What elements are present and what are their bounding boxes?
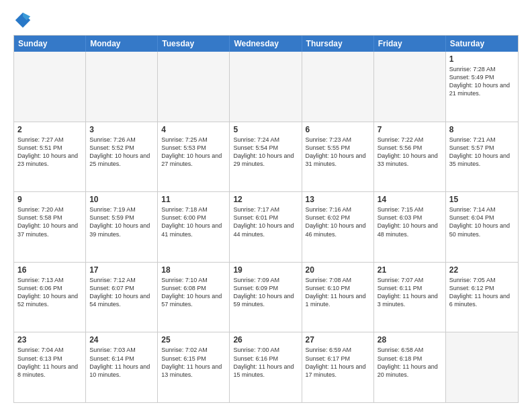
day-info: Sunrise: 7:00 AM Sunset: 6:16 PM Dayligh… [233, 346, 298, 379]
calendar-cell [14, 52, 86, 122]
day-number: 20 [306, 265, 370, 275]
page: SundayMondayTuesdayWednesdayThursdayFrid… [0, 0, 532, 411]
calendar-row: 9Sunrise: 7:20 AM Sunset: 5:58 PM Daylig… [14, 191, 518, 262]
calendar-cell: 11Sunrise: 7:18 AM Sunset: 6:00 PM Dayli… [158, 192, 230, 262]
day-number: 7 [378, 125, 442, 134]
day-info: Sunrise: 7:09 AM Sunset: 6:09 PM Dayligh… [233, 276, 298, 309]
calendar-cell [446, 332, 518, 402]
day-info: Sunrise: 7:15 AM Sunset: 6:03 PM Dayligh… [378, 205, 442, 238]
calendar-body: 1Sunrise: 7:28 AM Sunset: 5:49 PM Daylig… [14, 52, 518, 402]
day-info: Sunrise: 6:58 AM Sunset: 6:18 PM Dayligh… [378, 346, 442, 379]
day-number: 14 [378, 195, 442, 204]
calendar-cell: 17Sunrise: 7:12 AM Sunset: 6:07 PM Dayli… [86, 263, 158, 332]
weekday-header: Monday [86, 36, 158, 52]
weekday-header: Thursday [302, 36, 374, 52]
calendar-cell [302, 52, 374, 122]
calendar-cell: 18Sunrise: 7:10 AM Sunset: 6:08 PM Dayli… [158, 263, 230, 332]
calendar-row: 23Sunrise: 7:04 AM Sunset: 6:13 PM Dayli… [14, 332, 518, 402]
day-info: Sunrise: 7:17 AM Sunset: 6:01 PM Dayligh… [233, 205, 298, 238]
day-info: Sunrise: 7:07 AM Sunset: 6:11 PM Dayligh… [378, 276, 442, 309]
day-number: 8 [449, 125, 515, 134]
calendar-cell [230, 52, 302, 122]
day-info: Sunrise: 7:02 AM Sunset: 6:15 PM Dayligh… [161, 346, 226, 379]
day-number: 18 [161, 265, 226, 275]
day-info: Sunrise: 7:16 AM Sunset: 6:02 PM Dayligh… [306, 205, 370, 238]
day-number: 2 [17, 125, 82, 134]
day-info: Sunrise: 7:27 AM Sunset: 5:51 PM Dayligh… [17, 136, 82, 169]
weekday-header: Friday [374, 36, 446, 52]
day-info: Sunrise: 7:22 AM Sunset: 5:56 PM Dayligh… [378, 136, 442, 169]
logo-icon [13, 11, 32, 30]
calendar-cell: 12Sunrise: 7:17 AM Sunset: 6:01 PM Dayli… [230, 192, 302, 262]
day-number: 22 [449, 265, 515, 275]
calendar-cell: 6Sunrise: 7:23 AM Sunset: 5:55 PM Daylig… [302, 122, 374, 192]
calendar-cell: 23Sunrise: 7:04 AM Sunset: 6:13 PM Dayli… [14, 332, 86, 402]
calendar-cell: 7Sunrise: 7:22 AM Sunset: 5:56 PM Daylig… [374, 122, 446, 192]
calendar-cell [86, 52, 158, 122]
calendar-cell: 4Sunrise: 7:25 AM Sunset: 5:53 PM Daylig… [158, 122, 230, 192]
day-number: 15 [449, 195, 515, 204]
calendar-cell: 28Sunrise: 6:58 AM Sunset: 6:18 PM Dayli… [374, 332, 446, 402]
calendar-cell: 25Sunrise: 7:02 AM Sunset: 6:15 PM Dayli… [158, 332, 230, 402]
header [13, 11, 519, 30]
day-number: 16 [17, 265, 82, 275]
day-number: 11 [161, 195, 226, 204]
calendar-cell: 8Sunrise: 7:21 AM Sunset: 5:57 PM Daylig… [446, 122, 518, 192]
weekday-header: Tuesday [158, 36, 230, 52]
day-info: Sunrise: 7:12 AM Sunset: 6:07 PM Dayligh… [89, 276, 154, 309]
calendar-cell: 24Sunrise: 7:03 AM Sunset: 6:14 PM Dayli… [86, 332, 158, 402]
calendar-cell: 27Sunrise: 6:59 AM Sunset: 6:17 PM Dayli… [302, 332, 374, 402]
weekday-header: Saturday [446, 36, 518, 52]
calendar-cell: 16Sunrise: 7:13 AM Sunset: 6:06 PM Dayli… [14, 263, 86, 332]
calendar-cell: 9Sunrise: 7:20 AM Sunset: 5:58 PM Daylig… [14, 192, 86, 262]
day-number: 9 [17, 195, 82, 204]
day-number: 6 [306, 125, 370, 134]
day-info: Sunrise: 6:59 AM Sunset: 6:17 PM Dayligh… [306, 346, 370, 379]
calendar-cell [158, 52, 230, 122]
day-number: 17 [89, 265, 154, 275]
day-number: 13 [306, 195, 370, 204]
calendar-cell: 14Sunrise: 7:15 AM Sunset: 6:03 PM Dayli… [374, 192, 446, 262]
weekday-header: Sunday [14, 36, 86, 52]
calendar-cell: 10Sunrise: 7:19 AM Sunset: 5:59 PM Dayli… [86, 192, 158, 262]
calendar: SundayMondayTuesdayWednesdayThursdayFrid… [13, 35, 519, 403]
calendar-cell: 19Sunrise: 7:09 AM Sunset: 6:09 PM Dayli… [230, 263, 302, 332]
day-number: 4 [161, 125, 226, 134]
day-info: Sunrise: 7:23 AM Sunset: 5:55 PM Dayligh… [306, 136, 370, 169]
calendar-cell: 15Sunrise: 7:14 AM Sunset: 6:04 PM Dayli… [446, 192, 518, 262]
calendar-row: 1Sunrise: 7:28 AM Sunset: 5:49 PM Daylig… [14, 52, 518, 122]
calendar-cell: 26Sunrise: 7:00 AM Sunset: 6:16 PM Dayli… [230, 332, 302, 402]
calendar-cell: 20Sunrise: 7:08 AM Sunset: 6:10 PM Dayli… [302, 263, 374, 332]
day-info: Sunrise: 7:05 AM Sunset: 6:12 PM Dayligh… [449, 276, 515, 309]
day-info: Sunrise: 7:24 AM Sunset: 5:54 PM Dayligh… [233, 136, 298, 169]
day-info: Sunrise: 7:04 AM Sunset: 6:13 PM Dayligh… [17, 346, 82, 379]
day-info: Sunrise: 7:08 AM Sunset: 6:10 PM Dayligh… [306, 276, 370, 309]
day-number: 12 [233, 195, 298, 204]
day-info: Sunrise: 7:20 AM Sunset: 5:58 PM Dayligh… [17, 205, 82, 238]
day-info: Sunrise: 7:19 AM Sunset: 5:59 PM Dayligh… [89, 205, 154, 238]
day-number: 27 [306, 335, 370, 345]
calendar-cell: 22Sunrise: 7:05 AM Sunset: 6:12 PM Dayli… [446, 263, 518, 332]
day-number: 19 [233, 265, 298, 275]
calendar-cell: 13Sunrise: 7:16 AM Sunset: 6:02 PM Dayli… [302, 192, 374, 262]
day-number: 25 [161, 335, 226, 345]
calendar-cell: 3Sunrise: 7:26 AM Sunset: 5:52 PM Daylig… [86, 122, 158, 192]
day-number: 21 [378, 265, 442, 275]
day-number: 3 [89, 125, 154, 134]
calendar-cell [374, 52, 446, 122]
day-info: Sunrise: 7:28 AM Sunset: 5:49 PM Dayligh… [449, 65, 515, 98]
day-info: Sunrise: 7:13 AM Sunset: 6:06 PM Dayligh… [17, 276, 82, 309]
calendar-header: SundayMondayTuesdayWednesdayThursdayFrid… [14, 36, 518, 52]
day-info: Sunrise: 7:03 AM Sunset: 6:14 PM Dayligh… [89, 346, 154, 379]
day-number: 28 [378, 335, 442, 345]
calendar-cell: 1Sunrise: 7:28 AM Sunset: 5:49 PM Daylig… [446, 52, 518, 122]
day-info: Sunrise: 7:26 AM Sunset: 5:52 PM Dayligh… [89, 136, 154, 169]
day-number: 1 [449, 54, 515, 64]
day-number: 10 [89, 195, 154, 204]
calendar-row: 16Sunrise: 7:13 AM Sunset: 6:06 PM Dayli… [14, 262, 518, 332]
day-number: 24 [89, 335, 154, 345]
day-info: Sunrise: 7:21 AM Sunset: 5:57 PM Dayligh… [449, 136, 515, 169]
day-info: Sunrise: 7:10 AM Sunset: 6:08 PM Dayligh… [161, 276, 226, 309]
day-info: Sunrise: 7:18 AM Sunset: 6:00 PM Dayligh… [161, 205, 226, 238]
calendar-row: 2Sunrise: 7:27 AM Sunset: 5:51 PM Daylig… [14, 122, 518, 192]
